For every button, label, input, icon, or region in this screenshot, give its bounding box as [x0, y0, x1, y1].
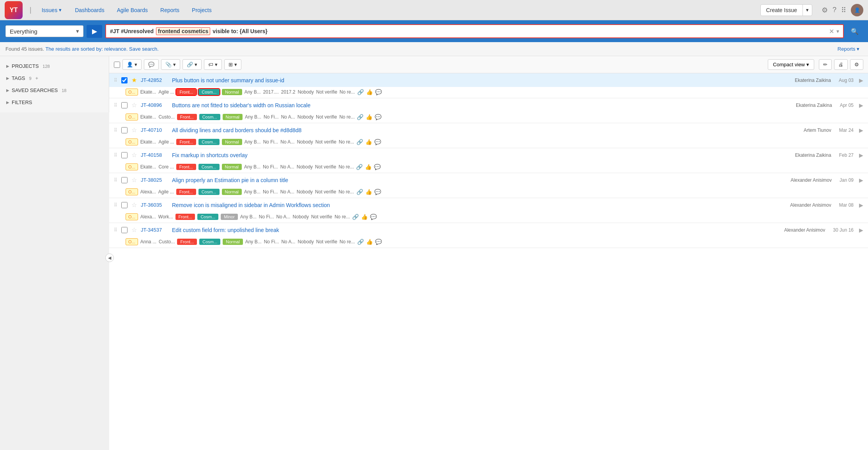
issue-star-1[interactable]: ☆: [131, 101, 137, 109]
issue-comment-1[interactable]: 💬: [375, 114, 381, 120]
print-toolbar-button[interactable]: 🖨: [834, 59, 848, 70]
issue-status-1[interactable]: O...: [126, 113, 138, 120]
issue-star-0[interactable]: ★: [131, 76, 137, 84]
issue-tag1-4[interactable]: Front...: [176, 189, 196, 195]
nav-agile[interactable]: Agile Boards: [114, 5, 151, 15]
issue-thumbup-6[interactable]: 👍: [366, 239, 373, 245]
issue-tag1-5[interactable]: Front...: [175, 214, 195, 220]
issue-comment-5[interactable]: 💬: [370, 214, 377, 220]
issue-id-1[interactable]: JT-40896: [141, 102, 168, 108]
issue-star-2[interactable]: ☆: [131, 126, 137, 134]
sidebar-item-filters[interactable]: ▶ FILTERS: [0, 96, 109, 108]
create-issue-dropdown-icon[interactable]: ▾: [803, 5, 812, 15]
view-toolbar-button[interactable]: ⊞ ▾: [224, 59, 241, 70]
issue-status-2[interactable]: O...: [126, 138, 138, 145]
issue-checkbox-0[interactable]: [121, 77, 128, 83]
issues-dropdown-btn[interactable]: ▾: [58, 6, 62, 14]
issue-comment-2[interactable]: 💬: [374, 139, 381, 145]
sort-link[interactable]: The results are sorted by: relevance.: [45, 46, 129, 52]
help-icon[interactable]: ?: [833, 6, 836, 14]
issue-comment-4[interactable]: 💬: [374, 189, 381, 195]
add-tag-icon[interactable]: +: [35, 75, 39, 81]
issue-title-4[interactable]: Align properly an Estimation pie in a co…: [172, 177, 787, 183]
issue-tag2-3[interactable]: Cosm...: [198, 164, 220, 170]
issue-id-5[interactable]: JT-36035: [141, 202, 168, 208]
issue-checkbox-6[interactable]: [121, 227, 128, 233]
sidebar-item-tags[interactable]: ▶ TAGS 9 +: [0, 72, 109, 84]
issue-title-3[interactable]: Fix markup in shortcuts overlay: [172, 152, 791, 158]
nav-reports[interactable]: Reports: [157, 5, 182, 15]
apps-icon[interactable]: ⠿: [841, 6, 846, 14]
issue-title-2[interactable]: All dividing lines and card borders shou…: [172, 127, 800, 133]
issue-expand-6[interactable]: ▶: [859, 227, 863, 233]
search-expand-icon[interactable]: ▾: [836, 28, 839, 34]
compact-view-button[interactable]: Compact view ▾: [768, 59, 814, 70]
issue-id-6[interactable]: JT-34537: [141, 227, 168, 233]
issue-link-icon-3[interactable]: 🔗: [356, 164, 363, 170]
issue-thumbup-5[interactable]: 👍: [361, 214, 368, 220]
drag-handle[interactable]: ⠿: [114, 202, 117, 208]
issue-id-2[interactable]: JT-40710: [141, 127, 168, 133]
issue-status-6[interactable]: O...: [126, 238, 138, 245]
drag-handle[interactable]: ⠿: [114, 78, 117, 83]
issue-link-icon-0[interactable]: 🔗: [357, 89, 364, 95]
issue-title-1[interactable]: Buttons are not fitted to sidebar's widt…: [172, 102, 792, 108]
drag-handle[interactable]: ⠿: [114, 152, 117, 158]
issue-status-0[interactable]: O...: [126, 89, 138, 96]
create-issue-button[interactable]: Create Issue ▾: [760, 4, 812, 16]
context-dropdown[interactable]: Everything ▾: [5, 25, 83, 37]
sidebar-item-projects[interactable]: ▶ PROJECTS 128: [0, 60, 109, 72]
search-query-box[interactable]: #JT #Unresolved frontend cosmetics visib…: [105, 24, 844, 38]
issue-star-6[interactable]: ☆: [131, 226, 137, 234]
nav-issues[interactable]: Issues ▾: [39, 5, 66, 15]
issue-expand-1[interactable]: ▶: [859, 102, 863, 108]
app-logo[interactable]: YT: [5, 1, 23, 19]
drag-handle[interactable]: ⠿: [114, 103, 117, 108]
issue-thumbup-4[interactable]: 👍: [365, 189, 372, 195]
issue-expand-2[interactable]: ▶: [859, 127, 863, 133]
issue-tag2-1[interactable]: Cosm...: [199, 114, 220, 120]
issue-tag1-0[interactable]: Front...: [176, 89, 196, 95]
issue-id-3[interactable]: JT-40158: [141, 152, 168, 158]
issue-checkbox-5[interactable]: [121, 202, 128, 208]
issue-thumbup-1[interactable]: 👍: [366, 114, 372, 120]
issue-thumbup-3[interactable]: 👍: [365, 164, 372, 170]
sidebar-item-saved-searches[interactable]: ▶ SAVED SEARCHES 18: [0, 84, 109, 96]
issue-status-5[interactable]: O...: [126, 213, 138, 220]
search-submit-button[interactable]: 🔍: [847, 25, 863, 37]
issue-checkbox-4[interactable]: [121, 177, 128, 183]
issue-thumbup-0[interactable]: 👍: [366, 89, 373, 95]
issue-status-4[interactable]: O...: [126, 188, 138, 195]
issue-expand-4[interactable]: ▶: [859, 177, 863, 183]
issue-star-5[interactable]: ☆: [131, 201, 137, 209]
drag-handle[interactable]: ⠿: [114, 177, 117, 183]
tag-toolbar-button[interactable]: 🏷 ▾: [204, 59, 222, 70]
issue-tag2-6[interactable]: Cosm...: [199, 239, 220, 245]
issue-comment-3[interactable]: 💬: [374, 164, 381, 170]
issue-title-6[interactable]: Edit custom field form: unpolished line …: [172, 227, 780, 233]
issue-title-0[interactable]: Plus button is not under summary and iss…: [172, 77, 791, 83]
search-go-button[interactable]: ▶: [87, 25, 102, 38]
issue-title-5[interactable]: Remove icon is misaligned in sidebar in …: [172, 202, 786, 208]
sidebar-collapse-button[interactable]: ◀: [105, 253, 114, 262]
issue-star-3[interactable]: ☆: [131, 151, 137, 159]
reports-link[interactable]: Reports ▾: [834, 44, 863, 53]
issue-link-icon-2[interactable]: 🔗: [356, 139, 363, 145]
issue-comment-0[interactable]: 💬: [375, 89, 382, 95]
comment-toolbar-button[interactable]: 💬: [144, 59, 159, 70]
issue-comment-6[interactable]: 💬: [375, 239, 382, 245]
issue-tag1-3[interactable]: Front...: [176, 164, 196, 170]
issue-expand-5[interactable]: ▶: [859, 202, 863, 208]
edit-toolbar-button[interactable]: ✏: [819, 59, 832, 70]
issue-tag2-4[interactable]: Cosm...: [198, 189, 220, 195]
issue-checkbox-1[interactable]: [121, 102, 128, 108]
issue-link-icon-5[interactable]: 🔗: [352, 214, 359, 220]
issue-tag2-2[interactable]: Cosm...: [198, 139, 220, 145]
issue-status-3[interactable]: O...: [126, 163, 138, 170]
issue-link-icon-1[interactable]: 🔗: [357, 114, 363, 120]
issue-id-0[interactable]: JT-42852: [141, 77, 168, 83]
issue-link-icon-6[interactable]: 🔗: [357, 239, 364, 245]
settings-icon[interactable]: ⚙: [822, 6, 828, 14]
issue-link-icon-4[interactable]: 🔗: [356, 189, 363, 195]
save-search-link[interactable]: Save search.: [129, 46, 159, 52]
